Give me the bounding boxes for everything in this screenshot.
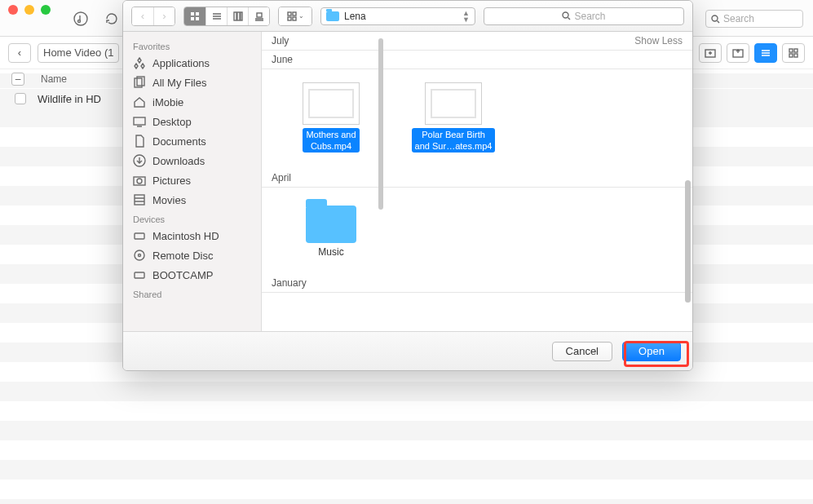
arrange-button[interactable]: ⌄ <box>279 7 312 25</box>
svg-rect-7 <box>789 54 793 57</box>
arrange-menu[interactable]: ⌄ <box>278 7 312 26</box>
sidebar-item-label: Applications <box>152 57 210 69</box>
nav-back-button[interactable]: ‹ <box>132 7 153 25</box>
music-note-icon[interactable] <box>73 11 88 26</box>
file-label: Mothers andCubs.mp4 <box>303 128 359 153</box>
cancel-label: Cancel <box>566 345 599 357</box>
svg-rect-11 <box>191 17 194 20</box>
sidebar-item-label: iMobie <box>152 96 183 108</box>
svg-rect-12 <box>196 17 199 20</box>
svg-rect-24 <box>134 117 145 125</box>
sidebar-item-pictures[interactable]: Pictures <box>123 170 261 190</box>
app-search-placeholder: Search <box>723 13 754 24</box>
row-checkbox[interactable] <box>15 93 26 104</box>
file-item[interactable]: Mothers andCubs.mp4 <box>286 82 376 153</box>
sidebar-item-macintosh-hd[interactable]: Macintosh HD <box>123 226 261 245</box>
sidebar-item-label: Remote Disc <box>152 250 213 262</box>
location-popup[interactable]: Lena ▲▼ <box>320 7 475 25</box>
svg-point-1 <box>78 20 81 23</box>
breadcrumb-button[interactable]: Home Video (1 <box>38 43 119 63</box>
content-scrollbar[interactable] <box>685 42 691 329</box>
dialog-search-input[interactable]: Search <box>484 7 684 25</box>
grid-view-toggle[interactable] <box>782 43 805 63</box>
sidebar-item-remote-disc[interactable]: Remote Disc <box>123 245 261 265</box>
sidebar-header-favorites: Favorites <box>123 37 261 53</box>
svg-rect-19 <box>288 17 291 20</box>
svg-point-30 <box>135 250 144 260</box>
svg-rect-18 <box>293 12 296 15</box>
cancel-button[interactable]: Cancel <box>552 342 612 361</box>
nav-forward-button[interactable]: › <box>153 7 175 25</box>
zoom-window-icon[interactable] <box>41 5 51 15</box>
sidebar-item-allfiles[interactable]: All My Files <box>123 73 261 92</box>
view-switch[interactable] <box>183 7 270 26</box>
sidebar-item-applications[interactable]: Applications <box>123 53 261 73</box>
svg-rect-8 <box>794 54 798 57</box>
show-less-link[interactable]: Show Less <box>634 35 683 46</box>
export-icon[interactable] <box>727 43 749 63</box>
svg-rect-10 <box>196 12 199 15</box>
column-header-name[interactable]: Name <box>41 73 67 85</box>
svg-rect-17 <box>288 12 291 15</box>
sidebar-item-label: Desktop <box>152 116 192 128</box>
window-traffic-lights[interactable] <box>8 5 51 15</box>
import-icon[interactable] <box>699 43 722 63</box>
svg-rect-6 <box>794 49 798 52</box>
video-thumb-icon <box>425 82 482 125</box>
sidebar-header-devices: Devices <box>123 210 261 226</box>
svg-point-31 <box>139 254 141 257</box>
section-header: June <box>262 51 692 69</box>
svg-point-21 <box>563 12 568 18</box>
sidebar-item-label: Pictures <box>152 175 191 187</box>
svg-rect-32 <box>135 272 144 278</box>
coverflow-view-button[interactable] <box>248 7 269 25</box>
sidebar-item-bootcamp[interactable]: BOOTCAMP <box>123 265 261 285</box>
sidebar-item-documents[interactable]: Documents <box>123 131 261 151</box>
column-view-button[interactable] <box>227 7 248 25</box>
list-view-button[interactable] <box>205 7 227 25</box>
svg-rect-13 <box>234 12 236 20</box>
file-item[interactable]: Polar Bear Birthand Sur…ates.mp4 <box>409 82 498 153</box>
dialog-content: July Show Less June Mothers andCubs.mp4 … <box>262 32 692 331</box>
file-label: Polar Bear Birthand Sur…ates.mp4 <box>412 128 496 153</box>
download-icon <box>133 154 146 167</box>
open-button[interactable]: Open <box>622 342 681 361</box>
list-view-toggle[interactable] <box>754 43 777 63</box>
icon-view-button[interactable] <box>184 7 205 25</box>
section-title: January <box>272 277 307 289</box>
minimize-window-icon[interactable] <box>24 5 34 15</box>
apps-icon <box>133 56 146 69</box>
svg-point-0 <box>74 12 87 25</box>
desktop-icon <box>133 115 146 128</box>
sidebar-item-desktop[interactable]: Desktop <box>123 112 261 131</box>
section-title: July <box>272 35 289 46</box>
sidebar-scrollbar[interactable] <box>378 38 383 210</box>
app-search-input[interactable]: Search <box>705 10 803 28</box>
sidebar-item-label: All My Files <box>152 77 206 89</box>
hdd-icon <box>133 229 146 242</box>
back-button[interactable]: ‹ <box>8 43 31 63</box>
svg-rect-28 <box>135 195 144 205</box>
dialog-sidebar: Favorites Applications All My Files iMob… <box>123 32 262 331</box>
open-file-dialog: ‹ › ⌄ Lena ▲▼ Search Favorites Applicati… <box>122 0 693 371</box>
dialog-search-placeholder: Search <box>574 11 605 22</box>
sidebar-item-downloads[interactable]: Downloads <box>123 151 261 170</box>
disc-icon <box>133 249 146 262</box>
breadcrumb-label: Home Video (1 <box>43 46 113 59</box>
svg-rect-9 <box>191 12 194 15</box>
open-label: Open <box>638 345 665 357</box>
sidebar-item-label: Downloads <box>152 155 205 167</box>
file-item[interactable]: Music <box>286 201 376 258</box>
home-icon <box>133 95 146 108</box>
sidebar-item-label: BOOTCAMP <box>152 269 213 281</box>
sidebar-item-home[interactable]: iMobie <box>123 92 261 112</box>
sidebar-item-movies[interactable]: Movies <box>123 190 261 210</box>
refresh-icon[interactable] <box>104 11 119 26</box>
section-title: April <box>272 172 291 183</box>
hdd-icon <box>133 268 146 281</box>
sidebar-item-label: Movies <box>152 194 186 206</box>
nav-back-forward[interactable]: ‹ › <box>131 7 175 26</box>
svg-rect-20 <box>293 17 296 20</box>
close-window-icon[interactable] <box>8 5 18 15</box>
search-icon <box>562 11 571 20</box>
